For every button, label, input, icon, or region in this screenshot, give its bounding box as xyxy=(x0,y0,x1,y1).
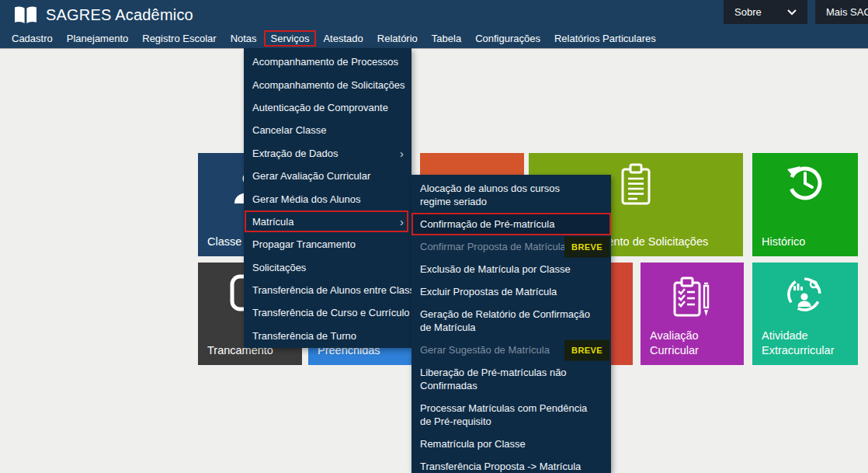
submenu-item-exclusao-matricula-classe[interactable]: Exclusão de Matrícula por Classe xyxy=(411,258,611,280)
menu-item-configuracoes[interactable]: Configurações xyxy=(468,30,547,47)
dropdown-item-cancelar-classe[interactable]: Cancelar Classe xyxy=(244,119,411,141)
submenu-item-rematricula-classe[interactable]: Rematrícula por Classe xyxy=(411,433,611,455)
services-dropdown: Acompanhamento de Processos Acompanhamen… xyxy=(244,48,411,348)
tile-label: Avaliação Curricular xyxy=(650,329,738,358)
header: SAGRES Acadêmico Sobre Mais SAGR Cadastr… xyxy=(0,0,868,48)
menubar: Cadastro Planejamento Registro Escolar N… xyxy=(5,28,663,48)
tile-label: Histórico xyxy=(762,235,852,249)
menu-item-atestado[interactable]: Atestado xyxy=(316,30,370,47)
about-button[interactable]: Sobre xyxy=(724,0,807,24)
dropdown-item-acompanhamento-processos[interactable]: Acompanhamento de Processos xyxy=(244,50,411,73)
dropdown-item-solicitacoes[interactable]: Solicitações xyxy=(244,256,411,279)
more-button-label: Mais SAGR xyxy=(826,6,868,18)
submenu-item-label: Gerar Sugestão de Matrícula xyxy=(420,344,550,356)
submenu-item-confirmar-proposta[interactable]: Confirmar Proposta de Matrícula BREVE xyxy=(411,235,611,258)
dropdown-item-transferencia-alunos-classes[interactable]: Transferência de Alunos entre Classes xyxy=(244,279,411,301)
submenu-item-processar-matriculas-pendencia[interactable]: Processar Matrículas com Pendência de Pr… xyxy=(411,397,611,433)
history-icon xyxy=(785,162,825,203)
breve-badge: BREVE xyxy=(564,339,609,360)
submenu-item-transferencia-proposta-matricula[interactable]: Transferência Proposta -> Matrícula xyxy=(411,455,611,473)
chevron-down-icon xyxy=(787,9,797,16)
submenu-item-gerar-sugestao[interactable]: Gerar Sugestão de Matrícula BREVE xyxy=(411,339,611,361)
dropdown-item-matricula[interactable]: Matrícula xyxy=(244,210,411,233)
breve-badge: BREVE xyxy=(564,236,609,257)
menu-item-cadastro[interactable]: Cadastro xyxy=(5,30,60,47)
book-icon xyxy=(14,5,37,25)
dropdown-item-propagar-trancamento[interactable]: Propagar Trancamento xyxy=(244,233,411,256)
more-sagres-button[interactable]: Mais SAGR xyxy=(815,0,868,24)
menu-item-tabela[interactable]: Tabela xyxy=(425,30,468,47)
menu-item-registro-escolar[interactable]: Registro Escolar xyxy=(135,30,223,47)
dropdown-item-transferencia-curso-curriculo[interactable]: Transferência de Curso e Currículo xyxy=(244,301,411,324)
tile-avaliacao-curricular[interactable]: Avaliação Curricular xyxy=(641,263,744,365)
tile-atividade-extracurricular[interactable]: Atividade Extracurricular xyxy=(752,263,858,365)
people-network-icon xyxy=(784,274,825,315)
screen: Classe Acompanhamento de Solicitações xyxy=(0,0,868,473)
dropdown-item-acompanhamento-solicitacoes[interactable]: Acompanhamento de Solicitações xyxy=(244,73,411,96)
submenu-item-alocacao-alunos[interactable]: Alocação de alunos dos cursos regime ser… xyxy=(411,177,611,213)
clipboard-check-icon xyxy=(672,276,712,318)
submenu-item-label: Confirmar Proposta de Matrícula xyxy=(420,241,566,252)
app-title: SAGRES Acadêmico xyxy=(46,6,193,24)
dropdown-item-extracao-dados[interactable]: Extração de Dados xyxy=(244,142,411,165)
app-brand: SAGRES Acadêmico xyxy=(14,4,193,26)
menu-item-planejamento[interactable]: Planejamento xyxy=(60,30,136,47)
menu-item-relatorio[interactable]: Relatório xyxy=(370,30,425,47)
menu-item-servicos[interactable]: Serviços xyxy=(264,30,317,47)
dropdown-item-gerar-avaliacao-curricular[interactable]: Gerar Avaliação Curricular xyxy=(244,165,411,187)
menu-item-relatorios-particulares[interactable]: Relatórios Particulares xyxy=(547,30,663,47)
dropdown-item-transferencia-turno[interactable]: Transferência de Turno xyxy=(244,325,411,347)
menu-item-notas[interactable]: Notas xyxy=(224,30,264,47)
matricula-submenu: Alocação de alunos dos cursos regime ser… xyxy=(411,175,611,473)
dropdown-item-autenticacao-comprovante[interactable]: Autenticação de Comprovante xyxy=(244,96,411,119)
tile-label: Atividade Extracurricular xyxy=(762,329,852,358)
dropdown-item-label: Matrícula xyxy=(252,216,293,228)
submenu-item-liberacao-pre-matriculas[interactable]: Liberação de Pré-matrículas não Confirma… xyxy=(411,361,611,397)
clipboard-list-icon xyxy=(620,163,651,207)
dropdown-item-gerar-media-alunos[interactable]: Gerar Média dos Alunos xyxy=(244,187,411,210)
tile-historico[interactable]: Histórico xyxy=(752,153,858,256)
submenu-item-geracao-relatorio-confirmacao[interactable]: Geração de Relatório de Confirmação de M… xyxy=(411,303,611,339)
submenu-item-confirmacao-pre-matricula[interactable]: Confirmação de Pré-matrícula xyxy=(411,213,611,235)
submenu-item-excluir-propostas[interactable]: Excluir Propostas de Matrícula xyxy=(411,280,611,303)
about-button-label: Sobre xyxy=(734,6,762,18)
